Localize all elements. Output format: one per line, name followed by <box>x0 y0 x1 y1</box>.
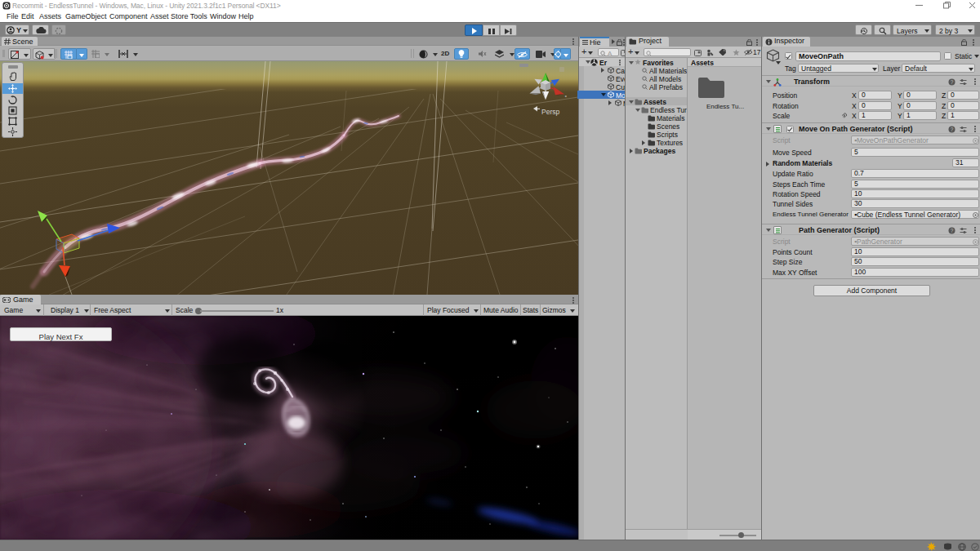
svg-text:Persp: Persp <box>541 108 559 116</box>
svg-text:?: ? <box>951 228 954 233</box>
svg-text:?: ? <box>951 79 954 85</box>
svg-text:?: ? <box>951 127 954 132</box>
